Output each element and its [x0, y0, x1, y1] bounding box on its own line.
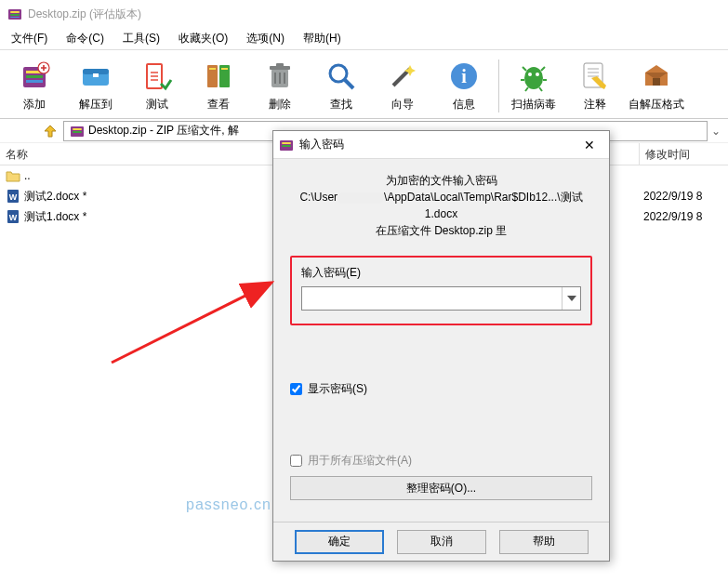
dialog-title: 输入密码 — [299, 137, 576, 152]
password-input[interactable] — [302, 287, 562, 310]
svg-rect-6 — [26, 75, 43, 78]
svg-rect-16 — [209, 68, 216, 70]
dialog-titlebar: 输入密码 ✕ — [273, 131, 609, 159]
toolbar-find[interactable]: 查找 — [311, 56, 372, 116]
ok-button[interactable]: 确定 — [295, 530, 384, 554]
help-button[interactable]: 帮助 — [499, 530, 589, 554]
toolbar-add[interactable]: 添加 — [4, 56, 65, 116]
cancel-button[interactable]: 取消 — [397, 530, 486, 554]
toolbar-scan[interactable]: 扫描病毒 — [503, 56, 564, 116]
svg-rect-2 — [10, 14, 20, 16]
up-icon[interactable] — [41, 122, 60, 140]
toolbar-sfx[interactable]: 自解压格式 — [626, 56, 687, 116]
toolbar-add-label: 添加 — [23, 97, 46, 112]
svg-rect-17 — [221, 68, 228, 70]
menu-file[interactable]: 文件(F) — [4, 29, 55, 48]
toolbar-scan-label: 扫描病毒 — [511, 97, 556, 112]
use-for-all-label: 用于所有压缩文件(A) — [308, 453, 412, 469]
use-for-all-row[interactable]: 用于所有压缩文件(A) — [290, 453, 592, 469]
add-icon — [18, 60, 51, 93]
toolbar-info-label: 信息 — [453, 97, 475, 112]
toolbar-view[interactable]: 查看 — [188, 56, 249, 116]
password-input-wrap — [301, 286, 581, 311]
scan-icon — [517, 60, 550, 93]
use-for-all-checkbox[interactable] — [290, 455, 302, 467]
window-title: Desktop.zip (评估版本) — [28, 7, 141, 22]
close-button[interactable]: ✕ — [576, 138, 603, 152]
chevron-down-icon — [567, 296, 576, 301]
show-password-checkbox[interactable] — [290, 383, 302, 395]
titlebar: Desktop.zip (评估版本) — [0, 0, 728, 28]
toolbar-view-label: 查看 — [207, 97, 230, 112]
password-highlight-box: 输入密码(E) — [290, 256, 592, 325]
dialog-info: 为加密的文件输入密码 C:\User\AppData\Local\Temp\Ra… — [290, 172, 592, 239]
toolbar-extract-label: 解压到 — [79, 97, 113, 112]
show-password-row[interactable]: 显示密码(S) — [290, 381, 592, 397]
svg-rect-31 — [73, 131, 82, 133]
svg-point-26 — [536, 73, 539, 76]
svg-rect-3 — [10, 17, 20, 18]
annotation-arrow — [102, 279, 288, 390]
path-text: Desktop.zip - ZIP 压缩文件, 解 — [88, 123, 239, 139]
svg-rect-11 — [93, 73, 99, 77]
menu-option[interactable]: 选项(N) — [239, 29, 292, 48]
toolbar-comment-label: 注释 — [584, 97, 606, 112]
menu-tool[interactable]: 工具(S) — [115, 29, 167, 48]
folder-up-icon — [6, 168, 20, 183]
path-dropdown[interactable]: ⌄ — [708, 125, 724, 138]
svg-rect-38 — [282, 145, 291, 147]
app-icon — [7, 7, 22, 21]
dialog-body: 为加密的文件输入密码 C:\User\AppData\Local\Temp\Ra… — [273, 159, 609, 522]
password-history-dropdown[interactable] — [562, 287, 580, 310]
app-icon — [279, 138, 294, 152]
sfx-icon — [640, 60, 673, 93]
toolbar-test[interactable]: 测试 — [126, 56, 188, 116]
show-password-label: 显示密码(S) — [308, 381, 367, 397]
find-icon — [324, 60, 358, 93]
toolbar-delete[interactable]: 删除 — [249, 56, 311, 116]
toolbar-test-label: 测试 — [146, 97, 168, 112]
info-line1: 为加密的文件输入密码 — [290, 172, 592, 189]
svg-text:i: i — [461, 66, 467, 86]
extract-icon — [79, 60, 113, 93]
svg-point-25 — [528, 73, 532, 76]
delete-icon — [263, 60, 297, 93]
svg-text:W: W — [9, 192, 18, 202]
toolbar-delete-label: 删除 — [269, 97, 291, 112]
menu-command[interactable]: 命令(C) — [59, 29, 112, 48]
test-icon — [140, 60, 174, 93]
toolbar-comment[interactable]: 注释 — [564, 56, 626, 116]
menu-help[interactable]: 帮助(H) — [296, 29, 349, 48]
file-mtime: 2022/9/19 8 — [643, 210, 722, 223]
toolbar-separator — [498, 60, 499, 112]
info-line3: 在压缩文件 Desktop.zip 里 — [290, 222, 592, 239]
toolbar-extract[interactable]: 解压到 — [65, 56, 126, 116]
svg-rect-1 — [10, 11, 20, 13]
password-dialog: 输入密码 ✕ 为加密的文件输入密码 C:\User\AppData\Local\… — [272, 130, 610, 562]
toolbar-find-label: 查找 — [330, 97, 352, 112]
docx-icon: W — [6, 209, 20, 224]
watermark: passneo.cn — [186, 496, 271, 513]
svg-point-21 — [330, 65, 347, 82]
svg-point-24 — [524, 67, 543, 89]
password-label: 输入密码(E) — [301, 266, 361, 279]
toolbar-wizard[interactable]: 向导 — [372, 56, 433, 116]
view-icon — [202, 60, 235, 93]
toolbar-info[interactable]: i 信息 — [433, 56, 495, 116]
info-line2: C:\User\AppData\Local\Temp\Rar$DIb12...\… — [290, 189, 592, 222]
info-icon: i — [447, 60, 481, 93]
archive-icon — [70, 124, 85, 139]
file-mtime: 2022/9/19 8 — [643, 190, 722, 203]
wizard-icon — [386, 60, 419, 93]
comment-icon — [578, 60, 612, 93]
svg-rect-37 — [282, 142, 291, 144]
svg-rect-28 — [653, 78, 660, 86]
organize-passwords-button[interactable]: 整理密码(O)... — [290, 476, 592, 500]
svg-line-39 — [112, 284, 270, 363]
toolbar-sfx-label: 自解压格式 — [629, 97, 684, 112]
menu-favorite[interactable]: 收藏夹(O) — [171, 29, 235, 48]
col-mtime[interactable]: 修改时间 — [640, 143, 728, 165]
toolbar: 添加 解压到 测试 查看 删除 查找 向导 i 信息 扫描病毒 注释 自解压格式 — [0, 50, 728, 119]
menubar: 文件(F) 命令(C) 工具(S) 收藏夹(O) 选项(N) 帮助(H) — [0, 28, 728, 50]
redacted — [338, 192, 384, 204]
